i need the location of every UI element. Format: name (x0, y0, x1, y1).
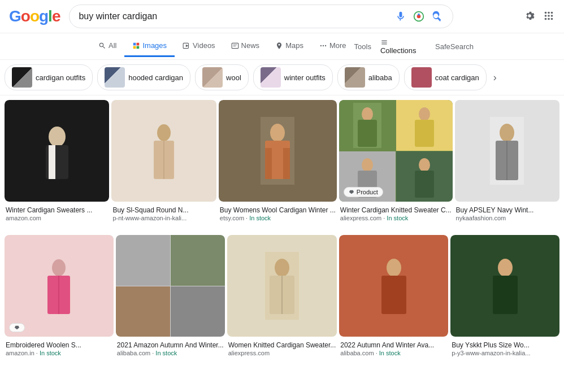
svg-rect-11 (133, 42, 136, 45)
svg-point-43 (362, 158, 373, 172)
card-title-4: Winter Cardigan Knitted Sweater C... (340, 206, 452, 214)
card-img-wrap-8 (227, 235, 337, 337)
filter-chip-alibaba[interactable]: alibaba (337, 64, 400, 90)
filter-chip-coat-cardigan[interactable]: coat cardigan (404, 64, 487, 90)
card-source-8: aliexpress.com (228, 350, 336, 356)
results-grid-row2: Embroidered Woolen S... amazon.in · In s… (0, 230, 564, 365)
header-right (523, 10, 555, 24)
svg-rect-41 (415, 120, 434, 147)
svg-rect-65 (493, 276, 518, 314)
chip-label-winter-outfits: winter outfits (284, 73, 326, 82)
tab-news-label: News (241, 41, 260, 50)
svg-rect-14 (137, 46, 140, 49)
result-card-7[interactable]: 2021 Amazon Autumn And Winter... alibaba… (116, 235, 225, 361)
svg-point-3 (548, 11, 550, 14)
voice-search-button[interactable] (394, 10, 407, 23)
svg-rect-47 (415, 171, 434, 198)
logo-l: l (48, 7, 52, 25)
filter-chip-cardigan-outfits[interactable]: cardigan outfits (5, 64, 93, 90)
safesearch-link[interactable]: SafeSearch (435, 42, 474, 51)
card-info-8: Women Knitted Cardigan Sweater... aliexp… (227, 337, 337, 361)
card-title-6: Embroidered Woolen S... (6, 341, 112, 349)
filter-chip-winter-outfits[interactable]: winter outfits (253, 64, 333, 90)
tab-images-label: Images (142, 41, 167, 50)
search-bar (69, 5, 453, 28)
card-img-wrap-7 (116, 235, 225, 337)
tab-all[interactable]: All (90, 36, 124, 57)
tab-news[interactable]: News (223, 36, 268, 57)
svg-point-64 (498, 259, 513, 277)
card-info-1: Winter Cardigan Sweaters ... amazon.com (5, 202, 109, 226)
filter-next-button[interactable]: › (491, 69, 499, 86)
collections-link[interactable]: Collections (380, 38, 426, 55)
card-source-1: amazon.com (6, 215, 108, 221)
card-source-2: p-nt-www-amazon-in-kali... (112, 215, 215, 221)
result-card-4[interactable]: Product Winter Cardigan Knitted Sweater … (339, 100, 453, 226)
tab-more-label: More (329, 41, 346, 50)
svg-point-57 (275, 259, 289, 277)
svg-rect-12 (137, 42, 140, 45)
card-info-4: Winter Cardigan Knitted Sweater C... ali… (339, 202, 453, 226)
settings-button[interactable] (523, 10, 536, 24)
logo-o1: o (21, 7, 30, 25)
card-title-9: 2022 Autumn And Winter Ava... (340, 341, 447, 349)
svg-rect-62 (381, 276, 406, 314)
result-card-5[interactable]: Buy APSLEY Navy Wint... nykaafashion.com (455, 100, 559, 226)
result-card-10[interactable]: Buy Yskkt Plus Size Wo... p-y3-www-amazo… (450, 235, 559, 361)
card-img-wrap-4: Product (339, 100, 453, 202)
card-img-wrap-10 (450, 235, 559, 337)
in-stock-badge-6: In stock (40, 350, 61, 356)
tab-images[interactable]: Images (124, 36, 175, 57)
in-stock-badge-7: In stock (155, 350, 177, 356)
card-title-7: 2021 Amazon Autumn And Winter... (117, 341, 224, 349)
filter-chip-hooded-cardigan[interactable]: hooded cardigan (97, 64, 190, 90)
result-card-6[interactable]: Embroidered Woolen S... amazon.in · In s… (5, 235, 114, 361)
card-source-6: amazon.in · In stock (6, 350, 112, 356)
filter-bar: cardigan outfits hooded cardigan wool wi… (0, 60, 564, 95)
results-grid-row1: Winter Cardigan Sweaters ... amazon.com … (0, 95, 564, 230)
chip-label-wool: wool (226, 73, 241, 82)
svg-rect-34 (265, 148, 272, 179)
apps-button[interactable] (543, 10, 555, 24)
result-card-9[interactable]: 2022 Autumn And Winter Ava... alibaba.co… (339, 235, 448, 361)
card-img-wrap-5 (455, 100, 559, 202)
tab-more[interactable]: More (311, 36, 354, 57)
svg-point-24 (49, 127, 66, 147)
chip-thumb-coat (411, 67, 432, 88)
image-search-button[interactable] (412, 10, 426, 23)
svg-point-28 (157, 124, 171, 141)
header: Google (0, 0, 564, 33)
tab-maps[interactable]: Maps (267, 36, 311, 57)
result-card-1[interactable]: Winter Cardigan Sweaters ... amazon.com (5, 100, 109, 226)
tools-button[interactable]: Tools (354, 42, 371, 51)
svg-point-20 (320, 45, 322, 46)
search-input[interactable] (79, 11, 389, 21)
svg-point-5 (545, 15, 547, 17)
product-badge-4: Product (344, 187, 383, 197)
card-info-7: 2021 Amazon Autumn And Winter... alibaba… (116, 337, 225, 361)
tab-all-label: All (109, 41, 116, 50)
result-card-8[interactable]: Women Knitted Cardigan Sweater... aliexp… (227, 235, 337, 361)
svg-point-61 (387, 259, 401, 277)
svg-rect-13 (133, 46, 136, 49)
chip-label-coat-cardigan: coat cardigan (435, 73, 479, 82)
google-logo: Google (9, 7, 60, 25)
card-info-2: Buy Sl-Squad Round N... p-nt-www-amazon-… (111, 202, 216, 226)
result-card-2[interactable]: Buy Sl-Squad Round N... p-nt-www-amazon-… (111, 100, 216, 226)
card-img-wrap-6 (5, 235, 114, 337)
svg-point-37 (362, 107, 373, 121)
svg-rect-38 (358, 120, 377, 147)
chip-thumb-hooded (105, 67, 125, 88)
card-source-4: aliexpress.com · In stock (340, 215, 452, 221)
tab-videos[interactable]: Videos (175, 36, 223, 57)
logo-g2: g (39, 7, 48, 25)
svg-point-10 (551, 18, 553, 20)
card-source-3: etsy.com · In stock (220, 215, 336, 221)
card-info-6: Embroidered Woolen S... amazon.in · In s… (5, 337, 114, 361)
card-info-5: Buy APSLEY Navy Wint... nykaafashion.com (455, 202, 559, 226)
filter-chip-wool[interactable]: wool (195, 64, 249, 90)
result-card-3[interactable]: Buy Womens Wool Cardigan Winter ... etsy… (219, 100, 337, 226)
logo-g: G (9, 7, 21, 25)
search-button[interactable] (430, 10, 444, 23)
svg-point-22 (325, 45, 326, 46)
